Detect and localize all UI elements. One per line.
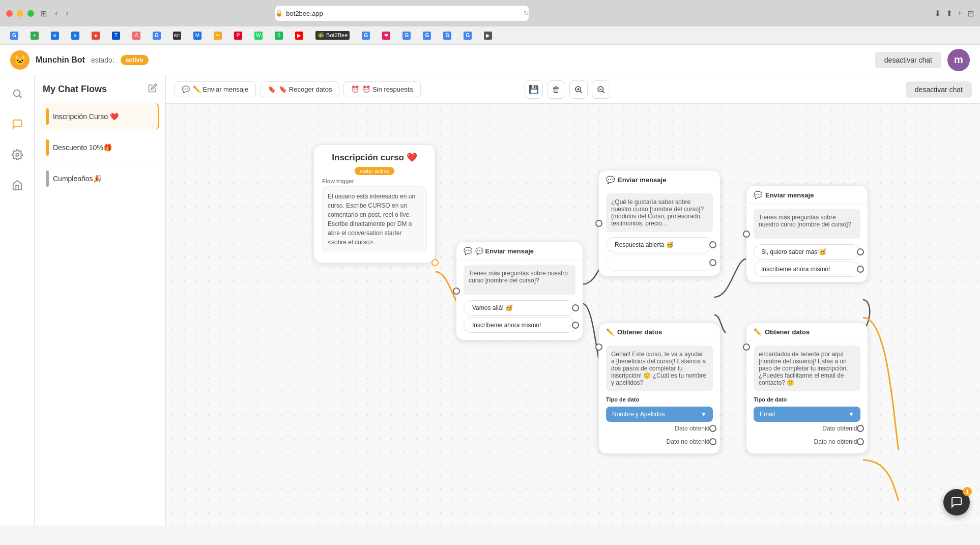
send1-btn1-connector[interactable]	[572, 304, 579, 311]
bookmark-m[interactable]: M	[189, 30, 206, 41]
bookmark-docs1[interactable]: ≡	[47, 30, 63, 41]
send2-empty-btn	[606, 254, 713, 271]
bookmark-g6[interactable]: G	[439, 30, 455, 41]
send-node-2: 💬 Enviar mensaje ¿Qué le gustaría saber …	[598, 170, 720, 276]
browser-bookmarks: G + ≡ ≡ ● T A G BC M ✏ P W S ▶ 🐝 Bot2Bee…	[0, 26, 980, 45]
bookmark-trello[interactable]: T	[108, 30, 124, 41]
browser-actions: ⬇ ⬆ + ⊡	[934, 9, 974, 18]
download-icon[interactable]: ⬇	[934, 9, 941, 18]
forward-btn[interactable]: ›	[64, 7, 70, 20]
bookmark-pencil[interactable]: ✏	[210, 30, 226, 41]
bookmark-plus[interactable]: +	[26, 30, 43, 41]
flow-item-inscripcion[interactable]: Inscripción Curso ❤️	[41, 103, 159, 130]
flows-divider-2	[41, 163, 159, 163]
new-tab-icon[interactable]: +	[958, 9, 962, 18]
chat-icon: 💬	[182, 85, 190, 93]
bookmark-g7[interactable]: G	[459, 30, 476, 41]
flow-item-cumpleanos[interactable]: Cumpleaños🎉	[41, 165, 159, 192]
send1-input-connector[interactable]	[453, 288, 460, 295]
flows-panel: My Chat Flows Inscripción Curso ❤️ Descu…	[35, 75, 166, 526]
flows-edit-button[interactable]	[148, 83, 157, 95]
sidebar-toggle[interactable]: ⊞	[38, 7, 49, 20]
bookmark-g3[interactable]: G	[358, 30, 374, 41]
send2-input-connector[interactable]	[595, 220, 602, 227]
send3-text: Tienes más preguntas sobre nuestro curso…	[754, 209, 860, 239]
add-no-response-btn[interactable]: ⏰ ⏰ Sin respuesta	[343, 81, 420, 97]
flow-canvas[interactable]: Inscripción curso ❤️ state: active Flow …	[166, 104, 980, 526]
obtain2-type-label: Tipo de dato	[754, 396, 860, 403]
flows-divider	[41, 132, 159, 132]
sidebar-settings-btn[interactable]	[7, 145, 27, 165]
bookmark-g5[interactable]: G	[419, 30, 435, 41]
obtain1-not-obtained-connector[interactable]	[709, 438, 716, 445]
bookmark-g2[interactable]: G	[149, 30, 165, 41]
status-badge: activo	[121, 55, 149, 65]
send-node-3: 💬 Enviar mensaje Tienes más preguntas so…	[746, 185, 868, 282]
bookmark-video[interactable]: ▶	[480, 30, 496, 41]
add-collect-data-btn[interactable]: 🔖 🔖 Recoger datos	[260, 81, 339, 97]
minimize-btn[interactable]	[17, 10, 23, 17]
flow-trigger-label: Flow trigger	[322, 178, 427, 184]
send2-response-connector[interactable]	[709, 241, 716, 248]
back-btn[interactable]: ‹	[53, 7, 60, 20]
obtain1-type-dropdown[interactable]: Nombre y Apellidos ▼	[606, 407, 713, 422]
bookmark-g1[interactable]: G	[6, 30, 22, 41]
obtain-node-1: ✏️ Obtener datos Genial! Este curso, te …	[598, 323, 720, 454]
send2-text: ¿Qué le gustaría saber sobre nuestro cur…	[606, 193, 713, 232]
bookmark-pinterest[interactable]: P	[230, 30, 246, 41]
bookmark-g4[interactable]: G	[398, 30, 415, 41]
obtain2-type-dropdown[interactable]: Email ▼	[754, 407, 860, 422]
send-node-1: 💬 💬 Enviar mensaje Tienes más preguntas …	[456, 241, 583, 340]
svg-line-4	[580, 91, 582, 93]
obtain-node-2: ✏️ Obtener datos encantados de tenerte p…	[746, 323, 868, 454]
bookmark-docs2[interactable]: ≡	[67, 30, 83, 41]
obtain2-obtained-connector[interactable]	[857, 425, 864, 432]
maximize-btn[interactable]	[27, 10, 34, 17]
obtain2-input-connector[interactable]	[743, 343, 750, 351]
obtain1-text: Genial! Este curso, te va a ayudar a [be…	[606, 346, 713, 391]
obtain1-input-connector[interactable]	[595, 343, 602, 351]
send3-btn2-connector[interactable]	[857, 266, 864, 273]
bookmark-youtube[interactable]: ▶	[291, 30, 307, 41]
bookmark-asana[interactable]: A	[128, 30, 145, 41]
send1-btn2: Inscríbeme ahora mismo!	[464, 318, 575, 333]
send1-btn2-connector[interactable]	[572, 322, 579, 329]
chat-widget-btn[interactable]: 1	[943, 489, 970, 515]
bookmark-heart[interactable]: ❤	[378, 30, 394, 41]
send3-btn1-connector[interactable]	[857, 248, 864, 255]
bookmark-whatsapp[interactable]: W	[250, 30, 267, 41]
canvas-deactivate-button[interactable]: desactivar chat	[906, 81, 972, 98]
send-node-3-header: 💬 Enviar mensaje	[746, 186, 868, 204]
flow-color-indicator	[46, 108, 49, 125]
tab-grid-icon[interactable]: ⊡	[967, 9, 974, 18]
send1-btn1: Vamos allá! 🥳	[464, 300, 575, 315]
bot-name: Munchin Bot	[36, 55, 85, 65]
sidebar-home-btn[interactable]	[7, 175, 27, 195]
zoom-in-btn[interactable]	[569, 80, 588, 99]
obtain1-obtained-connector[interactable]	[709, 425, 716, 432]
save-btn[interactable]: 💾	[525, 80, 543, 99]
bookmark-circle[interactable]: ●	[88, 30, 104, 41]
flow-item-descuento[interactable]: Descuento 10%🎁	[41, 134, 159, 161]
add-send-message-btn[interactable]: 💬 ✏️ Enviar mensaje	[174, 81, 256, 97]
obtain1-type-label: Tipo de dato	[606, 396, 713, 403]
bookmark-spotify[interactable]: S	[271, 30, 287, 41]
bookmark-bc[interactable]: BC	[169, 30, 185, 41]
send2-empty-connector[interactable]	[709, 259, 716, 266]
close-btn[interactable]	[6, 10, 13, 17]
flow-name-cumpleanos: Cumpleaños🎉	[53, 175, 102, 183]
sidebar-search-btn[interactable]	[7, 83, 27, 104]
share-icon[interactable]: ⬆	[946, 9, 953, 18]
bookmark-bot2bee[interactable]: 🐝 Bot2Bee	[311, 30, 354, 41]
zoom-out-btn[interactable]	[592, 80, 610, 99]
send1-text: Tienes más preguntas sobre nuestro curso…	[464, 265, 575, 295]
trigger-output-connector[interactable]	[431, 259, 439, 266]
address-bar[interactable]: 🔒 bot2bee.app ↻	[275, 5, 529, 21]
flow-color-indicator-3	[46, 170, 49, 187]
deactivate-button[interactable]: desactivar chat	[875, 52, 941, 68]
delete-btn[interactable]: 🗑	[547, 80, 565, 99]
obtain2-not-obtained-connector[interactable]	[857, 438, 864, 445]
send3-input-connector[interactable]	[743, 231, 750, 238]
sidebar-chat-btn[interactable]	[7, 114, 27, 134]
bookmark-icon: 🔖	[268, 85, 276, 93]
